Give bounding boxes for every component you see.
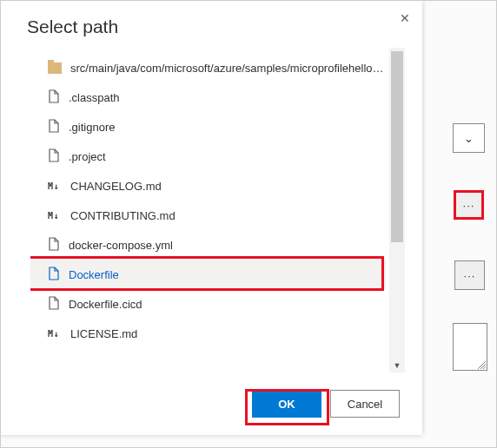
resize-grip-icon — [477, 360, 486, 369]
cancel-button[interactable]: Cancel — [330, 390, 400, 418]
tree-item[interactable]: M↓CHANGELOG.md — [30, 171, 386, 201]
scrollbar[interactable]: ▲ ▼ — [389, 48, 405, 372]
bg-textarea[interactable] — [453, 323, 487, 371]
file-icon — [48, 119, 60, 135]
ellipsis-icon: ··· — [463, 199, 475, 212]
dialog-title: Select path — [1, 1, 422, 44]
file-icon — [48, 237, 60, 254]
tree-item-label: .classpath — [69, 91, 120, 104]
scroll-thumb[interactable] — [391, 51, 403, 242]
bg-ellipsis-button-2[interactable]: ··· — [454, 260, 485, 290]
tree-item[interactable]: Dockerfile.cicd — [30, 289, 386, 319]
chevron-down-icon: ⌄ — [464, 132, 474, 145]
tree-item-label: docker-compose.yml — [69, 239, 173, 252]
tree-item[interactable]: src/main/java/com/microsoft/azure/sample… — [30, 53, 386, 82]
folder-icon — [48, 63, 62, 74]
select-path-dialog: ✕ Select path .settingssrc/main/java/com… — [1, 1, 422, 435]
tree-item[interactable]: .gitignore — [30, 112, 386, 142]
tree-item[interactable]: Dockerfile — [30, 260, 386, 289]
file-icon — [48, 89, 60, 106]
file-tree[interactable]: .settingssrc/main/java/com/microsoft/azu… — [30, 48, 386, 372]
scroll-down-arrow[interactable]: ▼ — [389, 359, 405, 372]
tree-item[interactable]: .project — [30, 142, 386, 171]
ellipsis-icon: ··· — [464, 269, 476, 282]
tree-item[interactable]: .classpath — [30, 82, 386, 112]
dialog-footer: OK Cancel — [1, 372, 422, 435]
tree-item-label: CHANGELOG.md — [70, 180, 162, 193]
tree-item[interactable]: docker-compose.yml — [30, 230, 386, 260]
file-icon — [48, 267, 60, 283]
file-tree-container: .settingssrc/main/java/com/microsoft/azu… — [30, 48, 405, 372]
bg-dropdown[interactable]: ⌄ — [453, 123, 485, 153]
tree-item-label: LICENSE.md — [70, 327, 137, 340]
viewport: ⌄ ··· ··· ✕ Select path .settingssrc/mai… — [0, 0, 497, 448]
tree-item-label: Dockerfile — [69, 268, 119, 281]
close-icon: ✕ — [400, 11, 410, 25]
bg-ellipsis-button-1[interactable]: ··· — [454, 190, 484, 220]
tree-item-label: src/main/java/com/microsoft/azure/sample… — [70, 62, 386, 75]
tree-item[interactable]: M↓CONTRIBUTING.md — [30, 201, 386, 230]
markdown-icon: M↓ — [48, 329, 62, 339]
ok-button[interactable]: OK — [252, 390, 321, 418]
tree-item-label: .gitignore — [69, 121, 115, 134]
markdown-icon: M↓ — [48, 211, 62, 221]
close-button[interactable]: ✕ — [393, 6, 417, 30]
markdown-icon: M↓ — [48, 181, 62, 191]
tree-item[interactable]: M↓LICENSE.md — [30, 319, 386, 348]
tree-item-label: Dockerfile.cicd — [69, 298, 142, 311]
file-icon — [48, 148, 60, 165]
file-icon — [48, 296, 60, 313]
tree-item-label: CONTRIBUTING.md — [70, 209, 176, 222]
tree-item-label: .project — [69, 150, 106, 163]
